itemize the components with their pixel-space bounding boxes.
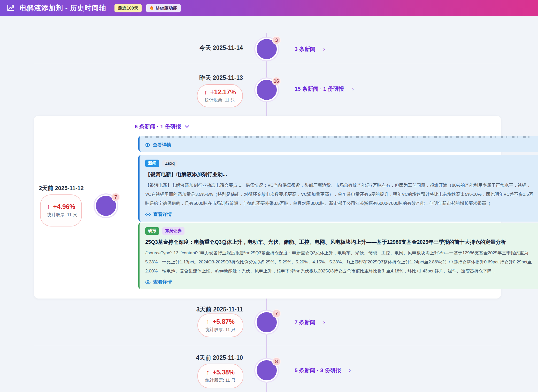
view-detail-link[interactable]: 查看详情 bbox=[145, 142, 535, 148]
day-summary-link[interactable]: 3 条新闻 › bbox=[295, 45, 325, 53]
card-tag-row: 研报 东吴证券 bbox=[145, 227, 535, 235]
event-count-badge: 7 bbox=[272, 309, 281, 318]
news-card[interactable]: 新闻 Zsxq 【银河电新】电解液添加剂行业动... 【银河电新】电解液添加剂行… bbox=[138, 155, 538, 222]
price-change: ↑ +5.38% bbox=[206, 369, 235, 376]
change-percent: +5.38% bbox=[213, 369, 235, 376]
news-card-clipped[interactable]: 查看详情 bbox=[138, 136, 538, 152]
row-date-label: 2天前 2025-11-12 bbox=[35, 184, 87, 192]
fire-icon bbox=[150, 5, 154, 11]
view-detail-label: 查看详情 bbox=[153, 142, 171, 148]
day-summary-text: 3 条新闻 bbox=[295, 45, 316, 53]
row-date-label: 3天前 2025-11-11 bbox=[145, 305, 243, 313]
view-detail-link[interactable]: 查看详情 bbox=[145, 211, 535, 217]
chevron-right-icon: › bbox=[352, 86, 354, 92]
up-arrow-icon: ↑ bbox=[206, 369, 210, 376]
up-arrow-icon: ↑ bbox=[206, 318, 210, 325]
event-count-badge: 16 bbox=[272, 77, 281, 85]
timeline-node[interactable]: 8 bbox=[257, 360, 277, 380]
chevron-right-icon: › bbox=[323, 46, 325, 52]
chevron-right-icon: › bbox=[323, 319, 325, 325]
day-summary-text: 6 条新闻 · 1 份研报 bbox=[135, 123, 181, 130]
day-summary-text: 5 条新闻 · 3 份研报 bbox=[295, 367, 341, 374]
change-percent: +12.17% bbox=[210, 88, 236, 96]
news-body: 【银河电新】电解液添加剂行业动态电话会要点 1、供需情况：VC当前供需很紧，头部… bbox=[145, 181, 535, 208]
view-detail-link[interactable]: 查看详情 bbox=[145, 279, 535, 285]
eye-icon bbox=[145, 280, 151, 284]
row-date-label: 4天前 2025-11-10 bbox=[145, 354, 243, 362]
report-source-badge: 东吴证券 bbox=[162, 227, 185, 235]
report-title: 25Q3基金持仓深度：电新重仓Q3总体上升，电动车、光伏、储能、工控、电网、风电… bbox=[145, 239, 535, 246]
change-percent: +4.96% bbox=[53, 203, 75, 210]
report-card[interactable]: 研报 东吴证券 25Q3基金持仓深度：电新重仓Q3总体上升，电动车、光伏、储能、… bbox=[138, 223, 538, 289]
row-divider bbox=[34, 345, 501, 345]
report-type-badge: 研报 bbox=[145, 227, 159, 235]
chevron-right-icon: › bbox=[349, 367, 351, 373]
event-count-badge: 3 bbox=[272, 36, 281, 45]
day-summary-link[interactable]: 15 条新闻 · 1 份研报 › bbox=[295, 85, 354, 92]
timeline-node[interactable]: 7 bbox=[96, 196, 116, 216]
price-change: ↑ +12.17% bbox=[204, 88, 236, 96]
day-summary-text: 15 条新闻 · 1 份研报 bbox=[295, 85, 344, 92]
range-badge: 最近100天 bbox=[114, 4, 142, 12]
row-date-label: 昨天 2025-11-13 bbox=[145, 74, 243, 82]
change-pill: ↑ +5.87% 统计股票: 11 只 bbox=[197, 313, 243, 337]
price-change: ↑ +4.96% bbox=[45, 203, 77, 210]
stock-count: 统计股票: 11 只 bbox=[205, 97, 235, 103]
news-source-badge: Zsxq bbox=[162, 160, 178, 167]
view-detail-label: 查看详情 bbox=[153, 279, 172, 285]
card-tag-row: 新闻 Zsxq bbox=[145, 160, 535, 167]
stock-count: 统计股票: 11 只 bbox=[205, 377, 236, 383]
timeline-node[interactable]: 7 bbox=[257, 312, 277, 332]
report-body: {'sourceType': 13, 'content': '电力设备行业深度报… bbox=[145, 248, 535, 276]
change-pill: ↑ +4.96% 统计股票: 11 只 bbox=[40, 194, 82, 226]
event-count-badge: 7 bbox=[111, 193, 120, 201]
price-change: ↑ +5.87% bbox=[206, 318, 235, 325]
page-header: 电解液添加剂 - 历史时间轴 最近100天 Max版功能 bbox=[0, 0, 538, 16]
timeline-node[interactable]: 16 bbox=[257, 80, 277, 100]
chevron-down-icon bbox=[185, 125, 189, 128]
expanded-day-card: 6 条新闻 · 1 份研报 2天前 2025-11-12 ↑ +4.96% 统计… bbox=[34, 116, 501, 299]
line-chart-icon bbox=[7, 4, 15, 12]
eye-icon bbox=[145, 213, 151, 216]
clipped-text-remnant bbox=[145, 136, 534, 138]
row-divider bbox=[34, 64, 501, 64]
up-arrow-icon: ↑ bbox=[204, 88, 207, 96]
up-arrow-icon: ↑ bbox=[47, 203, 50, 210]
view-detail-label: 查看详情 bbox=[153, 211, 172, 217]
eye-icon bbox=[145, 143, 150, 147]
timeline-page: 电解液添加剂 - 历史时间轴 最近100天 Max版功能 今天 2025-11-… bbox=[0, 0, 538, 392]
day-summary-toggle[interactable]: 6 条新闻 · 1 份研报 bbox=[135, 123, 189, 130]
change-pill: ↑ +5.38% 统计股票: 11 只 bbox=[197, 364, 243, 388]
timeline-node[interactable]: 3 bbox=[257, 39, 277, 59]
change-percent: +5.87% bbox=[213, 318, 235, 325]
news-type-badge: 新闻 bbox=[145, 160, 159, 167]
max-feature-label: Max版功能 bbox=[156, 5, 177, 11]
stock-count: 统计股票: 11 只 bbox=[45, 212, 77, 218]
day-summary-link[interactable]: 5 条新闻 · 3 份研报 › bbox=[295, 367, 351, 374]
day-summary-link[interactable]: 7 条新闻 › bbox=[295, 319, 325, 326]
row-date-label: 今天 2025-11-14 bbox=[145, 44, 243, 52]
event-count-badge: 8 bbox=[272, 357, 281, 366]
page-title: 电解液添加剂 - 历史时间轴 bbox=[20, 3, 106, 13]
day-summary-text: 7 条新闻 bbox=[295, 319, 316, 326]
change-pill: ↑ +12.17% 统计股票: 11 只 bbox=[197, 84, 243, 107]
news-title: 【银河电新】电解液添加剂行业动... bbox=[145, 171, 535, 178]
stock-count: 统计股票: 11 只 bbox=[205, 327, 236, 333]
max-feature-badge: Max版功能 bbox=[146, 4, 181, 12]
